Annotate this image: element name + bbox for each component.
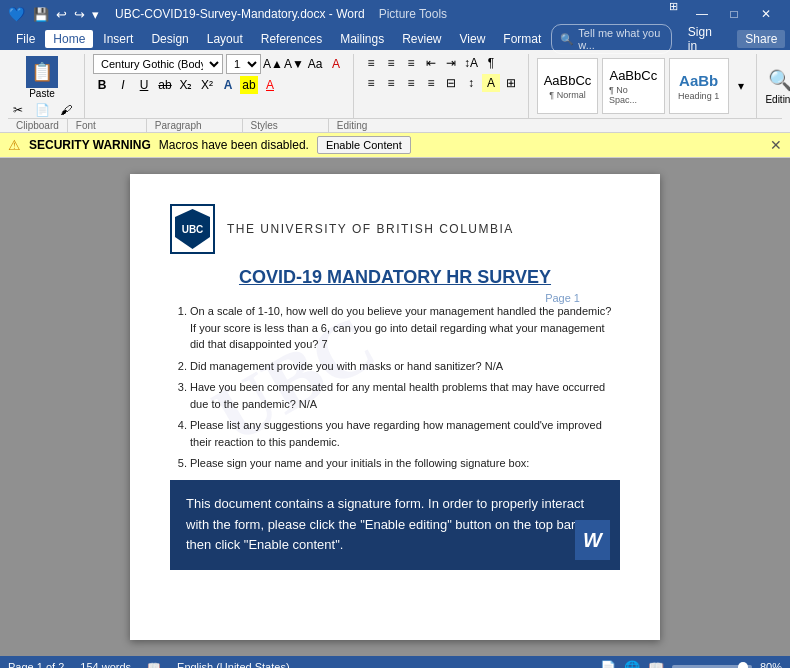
border-button[interactable]: ⊞ bbox=[502, 74, 520, 92]
editing-group: 🔍 Editing bbox=[757, 54, 790, 118]
style-heading1[interactable]: AaBb Heading 1 bbox=[669, 58, 729, 114]
popup-box: This document contains a signature form.… bbox=[170, 480, 620, 570]
customize-icon[interactable]: ▾ bbox=[90, 7, 101, 22]
menu-insert[interactable]: Insert bbox=[95, 30, 141, 48]
security-bar: ⚠ SECURITY WARNING Macros have been disa… bbox=[0, 133, 790, 158]
survey-title: COVID-19 MANDATORY HR SURVEY bbox=[170, 266, 620, 289]
menu-references[interactable]: References bbox=[253, 30, 330, 48]
highlight-button[interactable]: ab bbox=[240, 76, 258, 94]
style-h1-label: Heading 1 bbox=[678, 91, 719, 101]
menu-file[interactable]: File bbox=[8, 30, 43, 48]
cut-button[interactable]: ✂ bbox=[8, 101, 28, 119]
strikethrough-button[interactable]: ab bbox=[156, 76, 174, 94]
ubc-text: UBC bbox=[182, 224, 204, 235]
sort-button[interactable]: ↕A bbox=[462, 54, 480, 72]
page-number: Page 1 bbox=[545, 292, 580, 304]
question-4: Please list any suggestions you have reg… bbox=[190, 417, 620, 450]
bullets-button[interactable]: ≡ bbox=[362, 54, 380, 72]
question-3: Have you been compensated for any mental… bbox=[190, 379, 620, 412]
numbering-button[interactable]: ≡ bbox=[382, 54, 400, 72]
superscript-button[interactable]: X² bbox=[198, 76, 216, 94]
spell-check-icon[interactable]: 📖 bbox=[147, 661, 161, 669]
popup-text: This document contains a signature form.… bbox=[186, 496, 604, 553]
document-page: UBC UBC THE UNIVERSITY OF BRITISH COLUMB… bbox=[130, 174, 660, 640]
view-web-icon[interactable]: 🌐 bbox=[624, 660, 640, 669]
format-painter-button[interactable]: 🖌 bbox=[56, 101, 76, 119]
decrease-font-button[interactable]: A▼ bbox=[285, 55, 303, 73]
text-effect-button[interactable]: A bbox=[219, 76, 237, 94]
redo-icon[interactable]: ↪ bbox=[72, 7, 87, 22]
question-2: Did management provide you with masks or… bbox=[190, 358, 620, 375]
justify-button[interactable]: ≡ bbox=[422, 74, 440, 92]
menu-layout[interactable]: Layout bbox=[199, 30, 251, 48]
search-icon: 🔍 bbox=[560, 33, 574, 46]
share-button[interactable]: Share bbox=[737, 30, 785, 48]
question-1: On a scale of 1-10, how well do you beli… bbox=[190, 303, 620, 353]
quick-access-toolbar: 💾 ↩ ↪ ▾ bbox=[31, 7, 101, 22]
university-name: THE UNIVERSITY OF BRITISH COLUMBIA bbox=[227, 222, 514, 236]
style-no-spacing[interactable]: AaBbCc ¶ No Spac... bbox=[602, 58, 665, 114]
security-label: SECURITY WARNING bbox=[29, 138, 151, 152]
sign-in-button[interactable]: Sign in bbox=[680, 23, 730, 55]
view-normal-icon[interactable]: 📄 bbox=[600, 660, 616, 669]
font-size-select[interactable]: 11 bbox=[226, 54, 261, 74]
increase-indent-button[interactable]: ⇥ bbox=[442, 54, 460, 72]
font-label: Font bbox=[68, 119, 147, 132]
line-spacing-button[interactable]: ↕ bbox=[462, 74, 480, 92]
copy-button[interactable]: 📄 bbox=[32, 101, 52, 119]
word-app-icon: 💙 bbox=[8, 6, 25, 22]
tell-me-box[interactable]: 🔍 Tell me what you w... bbox=[551, 24, 671, 54]
security-message: Macros have been disabled. bbox=[159, 138, 309, 152]
style-normal-preview: AaBbCc bbox=[544, 73, 592, 88]
change-case-button[interactable]: Aa bbox=[306, 55, 324, 73]
font-family-select[interactable]: Century Gothic (Body) bbox=[93, 54, 223, 74]
ribbon: 📋 Paste ✂ 📄 🖌 Century Gothic (Body) 11 A… bbox=[0, 50, 790, 133]
editing-icon: 🔍 bbox=[768, 68, 790, 92]
survey-questions: On a scale of 1-10, how well do you beli… bbox=[170, 303, 620, 472]
undo-icon[interactable]: ↩ bbox=[54, 7, 69, 22]
subscript-button[interactable]: X₂ bbox=[177, 76, 195, 94]
menu-home[interactable]: Home bbox=[45, 30, 93, 48]
align-left-button[interactable]: ≡ bbox=[362, 74, 380, 92]
font-color-button[interactable]: A bbox=[261, 76, 279, 94]
style-normal[interactable]: AaBbCc ¶ Normal bbox=[537, 58, 598, 114]
paste-label: Paste bbox=[29, 88, 55, 99]
multilevel-button[interactable]: ≡ bbox=[402, 54, 420, 72]
enable-content-button[interactable]: Enable Content bbox=[317, 136, 411, 154]
document-area: UBC UBC THE UNIVERSITY OF BRITISH COLUMB… bbox=[0, 158, 790, 656]
styles-group: AaBbCc ¶ Normal AaBbCc ¶ No Spac... AaBb… bbox=[529, 54, 757, 118]
ubc-shield: UBC bbox=[175, 209, 210, 249]
shading-button[interactable]: A bbox=[482, 74, 500, 92]
question-5: Please sign your name and your initials … bbox=[190, 455, 620, 472]
status-bar: Page 1 of 2 154 words 📖 English (United … bbox=[0, 656, 790, 668]
menu-design[interactable]: Design bbox=[143, 30, 196, 48]
menu-format[interactable]: Format bbox=[495, 30, 549, 48]
word-count: 154 words bbox=[80, 661, 131, 668]
styles-expand-button[interactable]: ▾ bbox=[733, 58, 749, 114]
underline-button[interactable]: U bbox=[135, 76, 153, 94]
align-center-button[interactable]: ≡ bbox=[382, 74, 400, 92]
close-security-bar-button[interactable]: ✕ bbox=[770, 137, 782, 153]
view-read-icon[interactable]: 📖 bbox=[648, 660, 664, 669]
menu-mailings[interactable]: Mailings bbox=[332, 30, 392, 48]
save-icon[interactable]: 💾 bbox=[31, 7, 51, 22]
decrease-indent-button[interactable]: ⇤ bbox=[422, 54, 440, 72]
increase-font-button[interactable]: A▲ bbox=[264, 55, 282, 73]
editing-section-label: Editing bbox=[329, 119, 376, 132]
font-row-1: Century Gothic (Body) 11 A▲ A▼ Aa A bbox=[93, 54, 345, 74]
paragraph-group: ≡ ≡ ≡ ⇤ ⇥ ↕A ¶ ≡ ≡ ≡ ≡ ⊟ ↕ A ⊞ bbox=[354, 54, 529, 118]
paragraph-label: Paragraph bbox=[147, 119, 243, 132]
show-marks-button[interactable]: ¶ bbox=[482, 54, 500, 72]
italic-button[interactable]: I bbox=[114, 76, 132, 94]
bold-button[interactable]: B bbox=[93, 76, 111, 94]
paragraph-row-2: ≡ ≡ ≡ ≡ ⊟ ↕ A ⊞ bbox=[362, 74, 520, 92]
status-right: 📄 🌐 📖 80% bbox=[600, 660, 782, 669]
editing-label: Editing bbox=[765, 94, 790, 105]
menu-view[interactable]: View bbox=[452, 30, 494, 48]
menu-review[interactable]: Review bbox=[394, 30, 449, 48]
columns-button[interactable]: ⊟ bbox=[442, 74, 460, 92]
paste-button[interactable]: 📋 Paste bbox=[22, 54, 62, 101]
clear-format-button[interactable]: A bbox=[327, 55, 345, 73]
align-right-button[interactable]: ≡ bbox=[402, 74, 420, 92]
menu-bar: File Home Insert Design Layout Reference… bbox=[0, 28, 790, 50]
